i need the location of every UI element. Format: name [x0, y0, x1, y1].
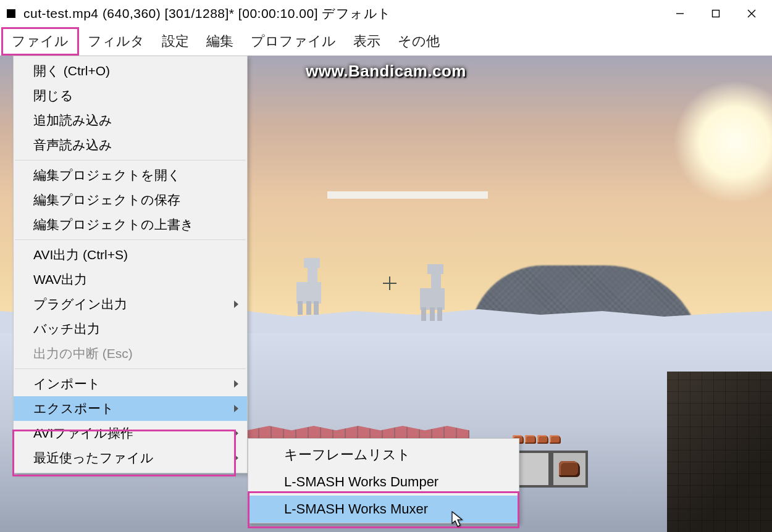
menu-separator [15, 368, 246, 369]
menu-file[interactable]: ファイル [1, 27, 79, 56]
file-menu-item[interactable]: 編集プロジェクトの保存 [14, 188, 247, 212]
file-menu-item[interactable]: 編集プロジェクトを開く [14, 163, 247, 188]
export-submenu-item[interactable]: L-SMASH Works Dumper [248, 468, 519, 496]
file-menu-item[interactable]: 追加読み込み [14, 108, 247, 133]
menubar: ファイル フィルタ 設定 編集 プロファイル 表示 その他 [0, 27, 772, 56]
menu-view[interactable]: 表示 [345, 27, 389, 56]
window-title: cut-test.mp4 (640,360) [301/1288]* [00:0… [23, 5, 662, 22]
hotbar-slot [514, 451, 551, 488]
cursor-icon [451, 511, 464, 528]
file-menu-item[interactable]: WAV出力 [14, 267, 247, 292]
export-submenu: キーフレームリストL-SMASH Works DumperL-SMASH Wor… [248, 438, 519, 523]
file-menu-item[interactable]: 出力の中断 (Esc) [14, 341, 247, 366]
file-menu-item[interactable]: インポート [14, 372, 247, 396]
close-button[interactable] [734, 0, 770, 27]
menu-edit[interactable]: 編集 [198, 27, 242, 56]
crosshair-icon [383, 276, 396, 290]
file-menu-item[interactable]: 開く (Ctrl+O) [14, 59, 247, 83]
minimize-button[interactable] [662, 0, 698, 27]
export-submenu-item[interactable]: キーフレームリスト [248, 441, 519, 468]
menu-separator [15, 160, 246, 160]
file-menu-item[interactable]: AVI出力 (Ctrl+S) [14, 243, 247, 267]
hud-hunger [513, 435, 561, 444]
maximize-button[interactable] [698, 0, 734, 27]
watermark: www.Bandicam.com [306, 62, 466, 81]
file-menu-item[interactable]: エクスポート [14, 396, 247, 421]
menu-other[interactable]: その他 [389, 27, 448, 56]
file-menu-item[interactable]: 音声読み込み [14, 133, 247, 157]
menu-profile[interactable]: プロファイル [242, 27, 345, 56]
menu-separator [15, 239, 246, 240]
hotbar [514, 451, 588, 488]
svg-rect-1 [713, 10, 720, 17]
file-menu-item[interactable]: プラグイン出力 [14, 292, 247, 317]
file-menu-item[interactable]: 最近使ったファイル [14, 446, 247, 470]
app-icon [5, 7, 17, 20]
file-menu-item[interactable]: AVIファイル操作 [14, 421, 247, 446]
titlebar: cut-test.mp4 (640,360) [301/1288]* [00:0… [0, 0, 772, 27]
file-menu-item[interactable]: バッチ出力 [14, 317, 247, 341]
menu-settings[interactable]: 設定 [153, 27, 198, 56]
hotbar-slot [551, 451, 588, 488]
export-submenu-item[interactable]: L-SMASH Works Muxer [248, 496, 519, 523]
file-dropdown: 開く (Ctrl+O)閉じる追加読み込み音声読み込み編集プロジェクトを開く編集プ… [13, 56, 248, 473]
file-menu-item[interactable]: 編集プロジェクトの上書き [14, 212, 247, 237]
menu-filter[interactable]: フィルタ [79, 27, 153, 56]
file-menu-item[interactable]: 閉じる [14, 83, 247, 108]
